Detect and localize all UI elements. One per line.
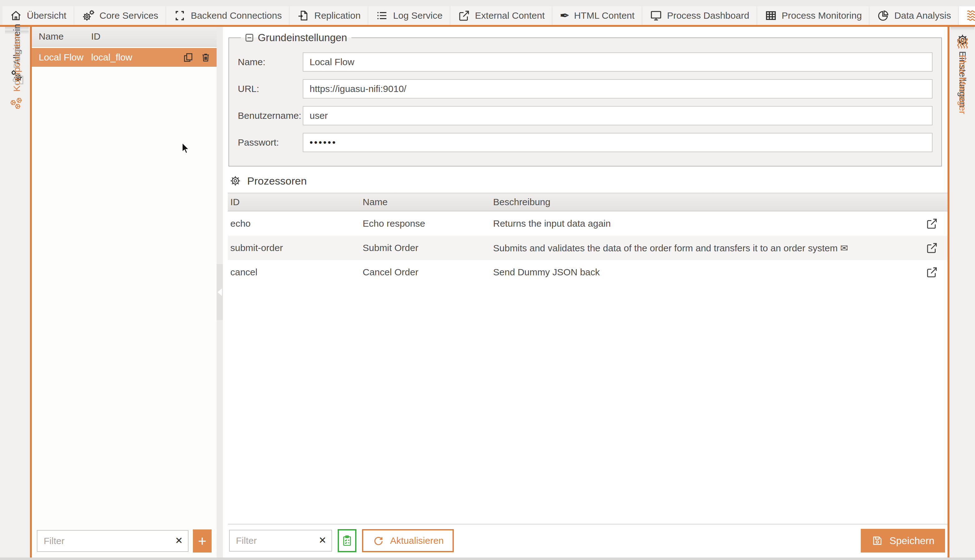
tab-process-dashboard[interactable]: Process Dashboard (642, 6, 756, 25)
tab-uebersicht[interactable]: Übersicht (2, 6, 74, 25)
copy-icon[interactable] (182, 52, 194, 63)
column-header-description[interactable]: Beschreibung (491, 197, 918, 207)
trash-icon[interactable] (200, 52, 212, 63)
processor-name: Submit Order (360, 243, 491, 253)
processors-table-header: ID Name Beschreibung (228, 193, 948, 212)
tab-label: External Content (475, 10, 545, 21)
flow-list-toolbar: ✕ + (32, 525, 217, 558)
password-label: Passwort: (238, 137, 303, 148)
tab-label: Data Analysis (894, 10, 951, 21)
clipboard-button[interactable] (338, 529, 356, 552)
tab-label: HTML Content (574, 10, 634, 21)
content-region: Name ID Local Flow local_flow ✕ (30, 27, 950, 558)
waves-icon (956, 37, 969, 50)
tab-label: Core Services (100, 10, 158, 21)
username-label: Benutzername: (238, 110, 303, 121)
processor-description: Submits and validates the data of the or… (491, 243, 918, 253)
flow-id: local_flow (89, 52, 182, 63)
processor-id: submit-order (228, 243, 360, 253)
flow-filter-input[interactable] (37, 530, 189, 552)
name-label: Name: (238, 57, 303, 67)
left-tab-strip: Allgemein Komponenten (0, 27, 30, 558)
tab-log-service[interactable]: Log Service (369, 6, 449, 25)
sidebar-tab-label: Flow Manager (957, 55, 968, 114)
fieldset-legend: Grundeinstellungen (258, 32, 347, 43)
flow-list-empty-area (32, 67, 217, 525)
sidebar-tab-label: Plugins (12, 38, 22, 68)
column-header-name[interactable]: Name (36, 31, 89, 42)
refresh-icon (372, 535, 385, 547)
tab-label: Backend Connections (191, 10, 282, 21)
refresh-button[interactable]: Aktualisieren (362, 529, 454, 552)
home-icon (9, 9, 22, 22)
flow-list-header: Name ID (32, 27, 217, 47)
detail-toolbar: ✕ Aktualisieren Speichern (228, 524, 948, 558)
processor-id: echo (228, 218, 360, 229)
processor-filter-input[interactable] (229, 530, 332, 552)
tab-backend-connections[interactable]: Backend Connections (166, 6, 289, 25)
tab-label: Log Service (393, 10, 442, 21)
tab-flow[interactable]: Flow (959, 6, 975, 25)
document-import-icon (297, 9, 310, 22)
tab-external-content[interactable]: External Content (451, 6, 552, 25)
processors-section-header: Prozessoren (229, 175, 946, 187)
waves-icon (966, 9, 975, 22)
open-processor-icon[interactable] (925, 266, 938, 279)
panel-splitter[interactable] (217, 27, 223, 558)
tab-label: Process Dashboard (667, 10, 749, 21)
flow-name: Local Flow (36, 52, 89, 63)
basic-settings-fieldset: Grundeinstellungen Name: URL: Benutzerna… (229, 32, 942, 167)
collapse-section-icon[interactable] (245, 34, 253, 42)
open-processor-icon[interactable] (925, 241, 938, 255)
url-field[interactable] (303, 79, 933, 98)
clear-filter-icon[interactable]: ✕ (175, 535, 183, 546)
list-icon (375, 9, 388, 22)
processor-description: Send Dummy JSON back (491, 267, 918, 278)
clipboard-icon (341, 535, 353, 547)
processor-name: Echo response (360, 218, 491, 229)
password-field[interactable] (303, 133, 933, 152)
grid-icon (764, 9, 778, 22)
section-title-text: Prozessoren (247, 175, 307, 187)
puzzle-icon (10, 73, 23, 86)
processor-id: cancel (228, 267, 360, 278)
save-button[interactable]: Speichern (861, 529, 945, 553)
processor-name: Cancel Order (360, 267, 491, 278)
processor-row-cancel[interactable]: cancel Cancel Order Send Dummy JSON back (228, 260, 948, 284)
processors-empty-area (228, 284, 946, 524)
flow-list-panel: Name ID Local Flow local_flow ✕ (32, 27, 217, 558)
username-field[interactable] (303, 106, 933, 125)
external-link-icon (458, 9, 471, 22)
pen-icon: ✒ (560, 10, 570, 22)
window-bottom-edge (0, 558, 975, 560)
processor-row-echo[interactable]: echo Echo response Returns the input dat… (228, 212, 948, 236)
gears-icon (82, 9, 95, 22)
flow-list-row-selected[interactable]: Local Flow local_flow (32, 48, 217, 67)
brackets-icon (173, 9, 186, 22)
right-tab-strip: Einstellungen Flow Manager (950, 27, 975, 558)
app-window: Übersicht Core Services Backend Connecti… (0, 0, 975, 560)
column-header-id[interactable]: ID (228, 197, 360, 207)
processor-row-submit-order[interactable]: submit-order Submit Order Submits and va… (228, 236, 948, 260)
name-field[interactable] (303, 52, 933, 72)
clear-filter-icon[interactable]: ✕ (319, 535, 326, 546)
tab-process-monitoring[interactable]: Process Monitoring (758, 6, 869, 25)
pie-chart-icon (877, 9, 890, 22)
column-header-id[interactable]: ID (89, 31, 217, 42)
open-processor-icon[interactable] (925, 217, 938, 230)
refresh-label: Aktualisieren (390, 535, 444, 546)
top-nav: Übersicht Core Services Backend Connecti… (0, 0, 975, 27)
tab-core-services[interactable]: Core Services (75, 6, 165, 25)
save-label: Speichern (890, 535, 935, 547)
add-flow-button[interactable]: + (193, 530, 212, 553)
chevron-left-icon (217, 288, 222, 296)
flow-detail-panel: Grundeinstellungen Name: URL: Benutzerna… (223, 27, 948, 558)
splitter-collapse-handle[interactable] (217, 264, 223, 320)
tab-replication[interactable]: Replication (290, 6, 367, 25)
tab-data-analysis[interactable]: Data Analysis (870, 6, 958, 25)
tab-label: Replication (314, 10, 360, 21)
processor-description: Returns the input data again (491, 218, 918, 229)
tab-html-content[interactable]: ✒ HTML Content (553, 6, 641, 25)
cubes-icon (10, 96, 24, 110)
column-header-name[interactable]: Name (360, 197, 491, 207)
